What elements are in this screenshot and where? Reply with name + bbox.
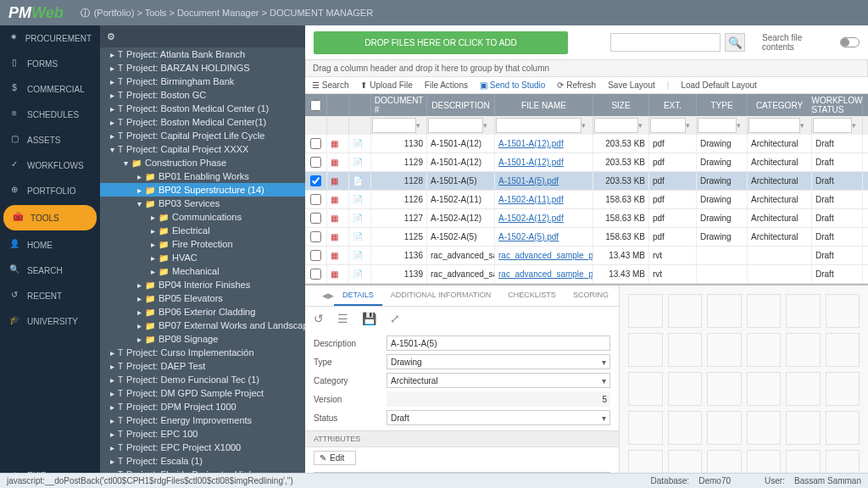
tree-caret-icon[interactable]: ▸: [137, 294, 142, 303]
breadcrumb[interactable]: (Portfolio) > Tools > Document Manager >…: [94, 8, 373, 18]
toolbar-search[interactable]: ☰ Search: [312, 80, 348, 90]
tree-caret-icon[interactable]: ▸: [137, 321, 142, 330]
col-description[interactable]: DESCRIPTION: [427, 94, 495, 116]
tree-folder[interactable]: ▸📁BP07 External Works and Landscaping: [100, 319, 305, 332]
table-row[interactable]: ▦📄1130A-1501-A(12)A-1501-A(12).pdf203.53…: [305, 135, 868, 153]
nav-commercial[interactable]: $COMMERCIAL: [0, 76, 100, 102]
table-row[interactable]: ▦📄1136rac_advanced_sample_prac_advanced_…: [305, 247, 868, 265]
tree-caret-icon[interactable]: ▸: [110, 104, 114, 114]
tree-folder[interactable]: ▾📁BP03 Services: [100, 197, 305, 210]
col-category[interactable]: CATEGORY: [748, 94, 812, 116]
tree-caret-icon[interactable]: ▸: [151, 213, 155, 222]
file-icon[interactable]: 📄: [353, 139, 363, 148]
redline-icon[interactable]: ▦: [331, 195, 338, 204]
nav-tools[interactable]: 🧰TOOLS: [3, 205, 97, 230]
redline-icon[interactable]: ▦: [331, 176, 338, 186]
tree-caret-icon[interactable]: ▸: [110, 50, 114, 59]
table-row[interactable]: ▦📄1139rac_advanced_sample_prac_advanced_…: [305, 265, 868, 284]
tree-item[interactable]: ▸TProject: BARZAN HOLDINGS: [100, 61, 305, 75]
tree-item[interactable]: ▸TProject: EPC Project X1000: [100, 441, 305, 454]
tree-caret-icon[interactable]: ▾: [110, 145, 114, 154]
file-icon[interactable]: 📄: [353, 214, 363, 223]
row-checkbox[interactable]: [310, 157, 321, 168]
filter-workflow-status[interactable]: [813, 118, 852, 133]
tree-caret-icon[interactable]: ▸: [151, 267, 155, 276]
table-row[interactable]: ▦📄1125A-1502-A(5)A-1502-A(5).pdf158.63 K…: [305, 228, 868, 247]
filename-link[interactable]: A-1501-A(12).pdf: [498, 158, 564, 167]
search-input[interactable]: [610, 33, 721, 52]
nav-recent[interactable]: ↺RECENT: [0, 283, 100, 308]
type-dropdown[interactable]: Drawing: [387, 354, 610, 369]
row-checkbox[interactable]: [310, 269, 321, 280]
open-external-icon[interactable]: ⤢: [390, 312, 400, 325]
tree-caret-icon[interactable]: ▸: [110, 118, 114, 127]
tree-caret-icon[interactable]: ▾: [137, 199, 142, 208]
nav-university[interactable]: 🎓UNIVERSITY: [0, 308, 100, 334]
tree-folder[interactable]: ▸📁BP04 Interior Finishes: [100, 278, 305, 291]
filter-icon[interactable]: ▾: [800, 121, 810, 130]
tree-caret-icon[interactable]: ▸: [110, 77, 114, 86]
tree-folder[interactable]: ▸📁HVAC: [100, 251, 305, 264]
filename-link[interactable]: A-1502-A(11).pdf: [498, 195, 564, 204]
nav-assets[interactable]: ▢ASSETS: [0, 127, 100, 152]
redline-icon[interactable]: ▦: [331, 139, 338, 148]
nav-schedules[interactable]: ≡SCHEDULES: [0, 102, 100, 127]
tree-caret-icon[interactable]: ▸: [110, 443, 114, 452]
tab-next-icon[interactable]: ▶: [328, 286, 334, 306]
redline-icon[interactable]: ▦: [331, 232, 338, 241]
search-button[interactable]: 🔍: [725, 33, 745, 52]
filter-category[interactable]: [748, 118, 800, 133]
filter-icon[interactable]: ▾: [737, 121, 746, 130]
redline-icon[interactable]: ▦: [331, 214, 338, 223]
col-workflow-status[interactable]: WORKFLOW STATUS: [812, 94, 863, 116]
col-type[interactable]: TYPE: [697, 94, 748, 116]
tree-caret-icon[interactable]: ▸: [110, 91, 114, 100]
filter-filename[interactable]: [496, 118, 581, 133]
tree-caret-icon[interactable]: ▸: [110, 457, 114, 466]
filename-link[interactable]: A-1501-A(5).pdf: [498, 176, 559, 186]
nav-procurement[interactable]: ✷PROCUREMENT: [0, 25, 100, 51]
history-icon[interactable]: ↺: [314, 312, 324, 325]
toolbar-upload[interactable]: ⬆ Upload File: [360, 80, 412, 90]
select-all-checkbox[interactable]: [310, 100, 321, 111]
tree-item[interactable]: ▾TProject: Capital Project XXXX: [100, 142, 305, 156]
nav-search[interactable]: 🔍SEARCH: [0, 258, 100, 283]
row-checkbox[interactable]: [310, 138, 321, 149]
tab-details[interactable]: DETAILS: [334, 286, 382, 306]
nav-workflows[interactable]: ✓WORKFLOWS: [0, 152, 100, 178]
tree-folder[interactable]: ▸📁BP02 Superstructure (14): [100, 183, 305, 197]
filter-description[interactable]: [428, 118, 483, 133]
tree-item[interactable]: ▸TProject: Energy Improvements: [100, 413, 305, 427]
tree-folder[interactable]: ▾📁Construction Phase: [100, 156, 305, 169]
table-row[interactable]: ▦📄1126A-1502-A(11)A-1502-A(11).pdf158.63…: [305, 191, 868, 209]
tree-folder[interactable]: ▸📁Electrical: [100, 224, 305, 237]
tree-caret-icon[interactable]: ▸: [137, 172, 142, 181]
tree-item[interactable]: ▸TProject: DAEP Test: [100, 359, 305, 373]
file-icon[interactable]: 📄: [353, 269, 363, 279]
file-icon[interactable]: 📄: [353, 158, 363, 167]
file-contents-toggle[interactable]: [840, 37, 860, 47]
toolbar-load-layout[interactable]: Load Default Layout: [681, 80, 757, 90]
redline-icon[interactable]: ▦: [331, 269, 338, 279]
tree-item[interactable]: ▸TProject: Boston Medical Center(1): [100, 115, 305, 129]
col-document[interactable]: DOCUMENT #: [371, 94, 427, 116]
tree-caret-icon[interactable]: ▸: [110, 402, 114, 412]
row-checkbox[interactable]: [310, 213, 321, 224]
description-field[interactable]: A-1501-A(5): [387, 336, 610, 351]
col-size[interactable]: SIZE: [593, 94, 649, 116]
filename-link[interactable]: rac_advanced_sample_p: [498, 269, 593, 279]
tab-scoring[interactable]: SCORING: [565, 286, 617, 306]
filter-document[interactable]: [372, 118, 416, 133]
filename-link[interactable]: A-1502-A(12).pdf: [498, 214, 564, 223]
redline-icon[interactable]: ▦: [331, 158, 338, 167]
tab-additional[interactable]: ADDITIONAL INFORMATION: [382, 286, 500, 306]
tree-item[interactable]: ▸TProject: Atlanta Bank Branch: [100, 47, 305, 61]
tree-folder[interactable]: ▸📁BP08 Signage: [100, 332, 305, 346]
tree-item[interactable]: ▸TProject: EPC 100: [100, 427, 305, 441]
filename-link[interactable]: A-1501-A(12).pdf: [498, 139, 564, 148]
file-icon[interactable]: 📄: [353, 195, 363, 204]
filter-icon[interactable]: ▾: [581, 121, 592, 130]
tree-caret-icon[interactable]: ▸: [137, 308, 142, 317]
info-icon[interactable]: ⓘ: [81, 7, 90, 19]
tree-caret-icon[interactable]: ▸: [110, 375, 114, 385]
